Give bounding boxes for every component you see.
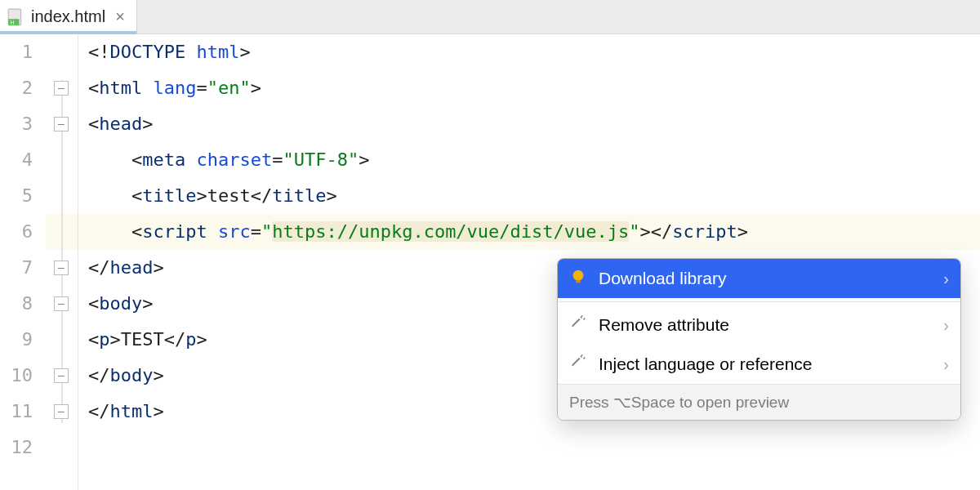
file-tab[interactable]: H index.html × [0, 0, 137, 33]
close-tab-icon[interactable]: × [112, 7, 128, 26]
lightbulb-icon [569, 268, 587, 290]
line-number: 9 [0, 322, 33, 358]
editor-tab-bar: H index.html × [0, 0, 980, 34]
fold-gutter: – – – – – – [46, 34, 78, 490]
code-line: <head> [88, 106, 980, 142]
fold-toggle-icon[interactable]: – [54, 296, 69, 311]
intention-label: Inject language or reference [599, 354, 932, 374]
html-file-icon: H [7, 8, 24, 26]
code-line: <!DOCTYPE html> [88, 34, 980, 70]
intention-inject-language[interactable]: Inject language or reference › [558, 345, 960, 384]
line-number: 10 [0, 358, 33, 394]
svg-rect-4 [576, 279, 581, 283]
wand-icon [569, 314, 587, 336]
line-number: 12 [0, 430, 33, 466]
file-tab-label: index.html [31, 7, 105, 26]
fold-toggle-icon[interactable]: – [54, 261, 69, 275]
script-src-url[interactable]: https://unpkg.com/vue/dist/vue.js [272, 221, 629, 242]
code-line: <html lang="en"> [88, 70, 980, 106]
fold-toggle-icon[interactable]: – [54, 404, 69, 419]
svg-point-3 [573, 270, 584, 280]
chevron-right-icon: › [943, 355, 949, 374]
popup-hint: Press ⌥Space to open preview [558, 384, 960, 420]
fold-toggle-icon[interactable]: – [54, 81, 69, 96]
svg-text:H: H [10, 19, 14, 24]
line-number: 8 [0, 286, 33, 322]
intention-label: Remove attribute [599, 315, 932, 335]
intention-actions-popup: Download library › Remove attribute › In… [557, 258, 961, 421]
line-number: 4 [0, 142, 33, 178]
line-number: 5 [0, 178, 33, 214]
line-number: 11 [0, 394, 33, 430]
code-line [88, 430, 980, 466]
line-number: 6 [0, 214, 33, 250]
line-number: 7 [0, 250, 33, 286]
fold-toggle-icon[interactable]: – [54, 117, 69, 131]
line-number: 3 [0, 106, 33, 142]
wand-icon [569, 354, 587, 376]
chevron-right-icon: › [943, 270, 949, 288]
line-number: 2 [0, 70, 33, 106]
code-line: <meta charset="UTF-8"> [88, 142, 980, 178]
chevron-right-icon: › [943, 316, 949, 335]
intention-label: Download library [599, 269, 932, 288]
code-line: <script src="https://unpkg.com/vue/dist/… [88, 214, 980, 250]
intention-remove-attribute[interactable]: Remove attribute › [558, 305, 960, 345]
code-line: <title>test</title> [88, 178, 980, 214]
line-number: 1 [0, 34, 33, 70]
intention-download-library[interactable]: Download library › [558, 259, 960, 298]
line-number-gutter: 1 2 3 4 5 6 7 8 9 10 11 12 [0, 34, 46, 490]
fold-toggle-icon[interactable]: – [54, 368, 69, 383]
popup-separator [558, 301, 960, 302]
